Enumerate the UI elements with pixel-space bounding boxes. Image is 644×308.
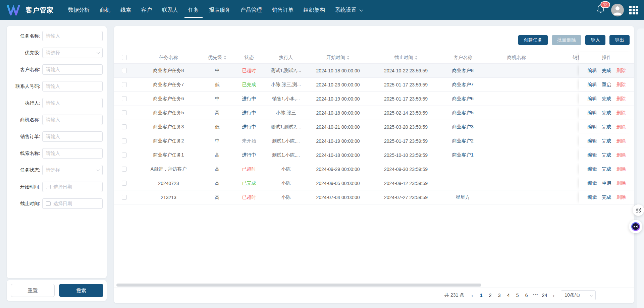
customer-cell[interactable]: 商业客户5 [441,106,485,120]
avatar[interactable] [611,4,624,16]
row-checkbox[interactable] [122,110,127,115]
customer-cell[interactable]: 商业客户8 [441,64,485,77]
col-task-name[interactable]: 任务名称 [134,52,203,63]
edit-link[interactable]: 编辑 [588,82,597,88]
filter-input[interactable]: 请输入 [42,148,103,159]
customer-cell[interactable]: 商业客户7 [441,78,485,91]
delete-link[interactable]: 删除 [616,110,626,116]
delete-link[interactable]: 删除 [616,96,626,102]
customer-cell[interactable]: 商业客户3 [441,120,485,134]
nav-item-6[interactable]: 报表服务 [204,0,235,20]
delete-link[interactable]: 删除 [616,166,626,172]
row-checkbox[interactable] [122,181,127,186]
row-checkbox[interactable] [122,138,127,143]
nav-item-8[interactable]: 销售订单 [267,0,299,20]
complete-link[interactable]: 完成 [602,96,611,102]
customer-cell[interactable]: 星星方 [441,190,485,204]
filter-date-input[interactable]: 选择日期 [42,198,103,209]
sort-icon[interactable] [224,56,226,60]
customer-cell[interactable]: 商业客户2 [441,134,485,148]
sort-icon[interactable] [415,56,418,60]
nav-item-5[interactable]: 任务 [183,0,204,20]
filter-select[interactable]: 请选择 [42,165,103,175]
filter-date-input[interactable]: 选择日期 [42,182,103,192]
nav-item-2[interactable]: 线索 [115,0,136,20]
nav-item-1[interactable]: 商机 [95,0,115,20]
page-number-4[interactable]: 4 [504,293,513,298]
complete-link[interactable]: 完成 [602,124,611,130]
nav-item-3[interactable]: 客户 [136,0,157,20]
delete-link[interactable]: 删除 [616,124,626,130]
nav-item-10[interactable]: 系统设置 [330,0,367,20]
delete-link[interactable]: 删除 [616,138,626,144]
edit-link[interactable]: 编辑 [588,124,597,130]
page-number-1[interactable]: 1 [477,293,486,298]
filter-input[interactable]: 请输入 [42,64,103,75]
export-button[interactable]: 导出 [609,35,630,45]
edit-link[interactable]: 编辑 [588,152,597,158]
edit-link[interactable]: 编辑 [588,194,597,200]
col-opportunity[interactable]: 商机名称 [485,52,548,63]
row-checkbox[interactable] [122,195,127,200]
nav-item-9[interactable]: 组织架构 [299,0,330,20]
create-task-button[interactable]: 创建任务 [518,35,548,45]
horizontal-scrollbar[interactable] [116,284,481,287]
assistant-float-button[interactable] [629,220,642,233]
edit-link[interactable]: 编辑 [588,96,597,102]
col-status[interactable]: 状态 [231,52,267,63]
edit-link[interactable]: 编辑 [588,68,597,74]
row-checkbox[interactable] [122,152,127,158]
col-start-time[interactable]: 开始时间 [305,52,371,63]
prev-page-button[interactable]: ‹ [468,293,477,298]
next-page-button[interactable]: › [549,293,558,298]
page-number-6[interactable]: 6 [522,293,531,298]
delete-link[interactable]: 删除 [616,180,626,186]
complete-link[interactable]: 完成 [602,194,611,200]
page-number-5[interactable]: 5 [513,293,522,298]
quick-apps-float-button[interactable] [633,204,644,216]
filter-input[interactable]: 请输入 [42,115,103,125]
row-checkbox[interactable] [122,68,127,73]
page-size-select[interactable]: 10条/页 [561,290,596,300]
complete-link[interactable]: 完成 [602,68,611,74]
row-checkbox[interactable] [122,82,127,87]
batch-delete-button[interactable]: 批量删除 [552,35,581,45]
row-checkbox[interactable] [122,167,127,172]
filter-select[interactable]: 请选择 [42,48,103,58]
row-checkbox[interactable] [122,96,127,101]
page-number-3[interactable]: 3 [495,293,504,298]
page-number-2[interactable]: 2 [486,293,495,298]
row-checkbox[interactable] [122,124,127,129]
delete-link[interactable]: 删除 [616,82,626,88]
complete-link[interactable]: 完成 [602,110,611,116]
filter-input[interactable]: 请输入 [42,98,103,108]
filter-input[interactable]: 请输入 [42,131,103,142]
restart-link[interactable]: 重启 [602,180,611,186]
notification-bell[interactable]: 12 [596,3,608,17]
more-pages-icon[interactable]: ••• [531,293,540,298]
restart-link[interactable]: 重启 [602,82,611,88]
edit-link[interactable]: 编辑 [588,110,597,116]
edit-link[interactable]: 编辑 [588,166,597,172]
edit-link[interactable]: 编辑 [588,180,597,186]
delete-link[interactable]: 删除 [616,194,626,200]
edit-link[interactable]: 编辑 [588,138,597,144]
nav-item-4[interactable]: 联系人 [157,0,183,20]
complete-link[interactable]: 完成 [602,166,611,172]
sort-icon[interactable] [347,56,350,60]
complete-link[interactable]: 完成 [602,152,611,158]
search-button[interactable]: 搜索 [59,284,103,297]
col-customer[interactable]: 客户名称 [441,52,485,63]
page-number-24[interactable]: 24 [540,293,549,298]
delete-link[interactable]: 删除 [616,152,626,158]
nav-item-0[interactable]: 数据分析 [63,0,95,20]
col-priority[interactable]: 优先级 [203,52,231,63]
customer-cell[interactable]: 商业客户6 [441,92,485,106]
filter-input[interactable]: 请输入 [42,31,103,41]
delete-link[interactable]: 删除 [616,68,626,74]
col-end-time[interactable]: 截止时间 [371,52,441,63]
import-button[interactable]: 导入 [585,35,605,45]
reset-button[interactable]: 重置 [11,284,55,297]
complete-link[interactable]: 完成 [602,138,611,144]
nav-item-7[interactable]: 产品管理 [235,0,267,20]
